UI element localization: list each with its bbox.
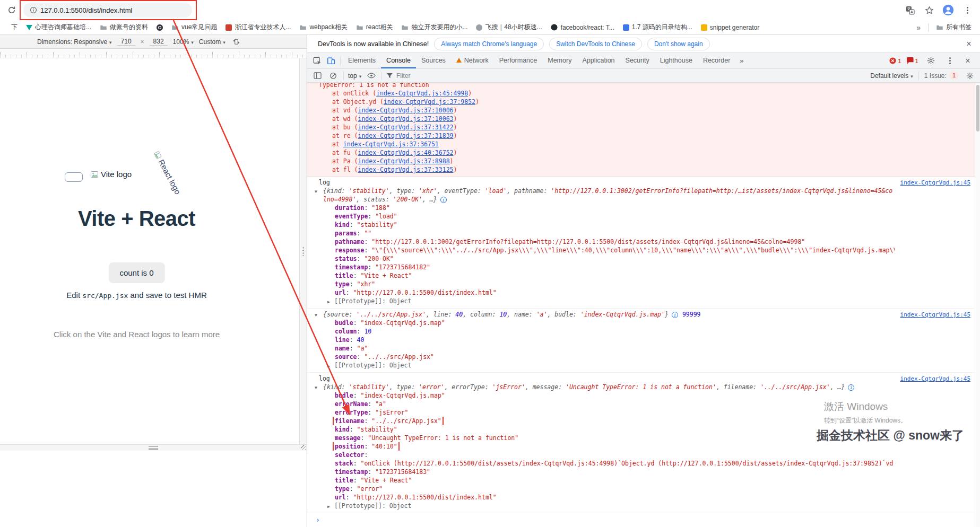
- resize-grip-icon[interactable]: [302, 247, 305, 256]
- viewport-width-input[interactable]: [117, 38, 135, 46]
- clear-console-button[interactable]: [327, 71, 339, 81]
- js-context-selector[interactable]: top: [348, 72, 361, 80]
- object-preview: {source: '../../src/App.jsx', line: 40, …: [307, 310, 895, 319]
- bookmark-item[interactable]: [153, 23, 166, 32]
- devtools-close-button[interactable]: [962, 55, 974, 67]
- resize-grip-icon[interactable]: [149, 446, 158, 450]
- switch-to-chinese-button[interactable]: Switch DevTools to Chinese: [549, 38, 642, 50]
- scrollbar-thumb[interactable]: [976, 85, 979, 131]
- all-bookmarks-button[interactable]: 所有书签: [932, 21, 976, 33]
- bookmark-star-button[interactable]: [922, 3, 936, 17]
- stack-frame-link[interactable]: index-CqtqrVqd.js:37:8988: [358, 157, 449, 165]
- expand-caret-icon[interactable]: [327, 361, 334, 371]
- console-settings-button[interactable]: [964, 71, 976, 81]
- tab-security[interactable]: Security: [620, 53, 655, 68]
- inspect-element-button[interactable]: [310, 54, 324, 68]
- tab-recorder[interactable]: Recorder: [698, 53, 735, 68]
- expand-caret-icon[interactable]: [327, 297, 334, 306]
- viewport-height-input[interactable]: [150, 38, 168, 46]
- vite-logo-broken-image[interactable]: [65, 172, 83, 182]
- filter-input[interactable]: [396, 72, 800, 80]
- more-tabs-button[interactable]: »: [735, 57, 748, 65]
- rotate-viewport-button[interactable]: [231, 36, 242, 48]
- translate-button[interactable]: [903, 3, 917, 17]
- tab-network[interactable]: Network: [451, 53, 494, 68]
- console-scrollbar[interactable]: [975, 83, 980, 527]
- count-button[interactable]: count is 0: [108, 262, 164, 283]
- tab-memory[interactable]: Memory: [542, 53, 577, 68]
- bookmark-item[interactable]: react相关: [353, 21, 396, 33]
- console-issues-counter[interactable]: 1 Issue: 1: [924, 72, 959, 80]
- bookmark-item[interactable]: 飞搜｜48小时极速...: [473, 21, 545, 33]
- source-link[interactable]: index-CqtqrVqd.js:45: [900, 375, 970, 383]
- url-bar[interactable]: 127.0.0.1:5500/dist/index.html: [23, 3, 192, 17]
- stack-frame-link[interactable]: index-CqtqrVqd.js:40:36752: [358, 149, 453, 156]
- stack-frame-link[interactable]: index-CqtqrVqd.js:37:36751: [343, 140, 439, 148]
- console-prompt[interactable]: ›: [307, 513, 975, 524]
- stack-frame: at vd (index-CqtqrVqd.js:37:10006): [319, 106, 967, 115]
- tab-console[interactable]: Console: [381, 53, 416, 68]
- tab-elements[interactable]: Elements: [343, 53, 381, 68]
- stack-frame-link[interactable]: index-CqtqrVqd.js:45:4998: [376, 90, 468, 97]
- console-sidebar-toggle[interactable]: [311, 71, 323, 81]
- react-logo-link[interactable]: React logo: [152, 150, 183, 196]
- prototype-row[interactable]: [[Prototype]]: Object: [307, 297, 895, 306]
- tab-performance[interactable]: Performance: [494, 53, 543, 68]
- profile-avatar[interactable]: [941, 3, 956, 17]
- stack-frame-link[interactable]: index-CqtqrVqd.js:37:10006: [358, 107, 453, 114]
- bookmark-item[interactable]: vue常见问题: [168, 21, 220, 33]
- collapse-caret-icon[interactable]: [315, 187, 317, 196]
- site-info-icon[interactable]: [30, 6, 37, 14]
- issues-counter[interactable]: 1: [907, 57, 918, 64]
- devtools-settings-button[interactable]: [924, 54, 938, 68]
- zoom-dropdown[interactable]: 100%: [173, 38, 194, 46]
- source-link[interactable]: index-CqtqrVqd.js:45: [900, 179, 970, 187]
- collapse-caret-icon[interactable]: [315, 383, 317, 392]
- filter-box[interactable]: [386, 72, 800, 80]
- tab-lighthouse[interactable]: Lighthouse: [655, 53, 698, 68]
- prop-colon: :: [357, 255, 365, 262]
- throttling-dropdown[interactable]: Custom: [199, 38, 226, 46]
- bookmarks-overflow-button[interactable]: »: [912, 23, 925, 32]
- prototype-row[interactable]: [[Prototype]]: Object: [307, 361, 895, 371]
- vite-logo-link[interactable]: Vite logo: [90, 170, 132, 179]
- devtools-menu-button[interactable]: [943, 54, 957, 68]
- reload-button[interactable]: [4, 3, 19, 17]
- bookmark-item[interactable]: 独立开发要用的小...: [398, 21, 471, 33]
- tab-sources[interactable]: Sources: [416, 53, 451, 68]
- banner-close-icon[interactable]: [963, 38, 975, 50]
- bookmark-item[interactable]: 1.7 源码的目录结构...: [620, 21, 696, 33]
- bookmark-item[interactable]: facebook/react: T...: [548, 22, 618, 33]
- log-levels-dropdown[interactable]: Default levels: [870, 72, 913, 80]
- prop-colon: :: [353, 272, 361, 279]
- stack-frame-link[interactable]: index-CqtqrVqd.js:37:31839: [358, 132, 453, 139]
- bookmark-item[interactable]: 下: [4, 21, 21, 33]
- bookmark-item[interactable]: 做账号的资料: [97, 21, 151, 33]
- source-link[interactable]: index-CqtqrVqd.js:45: [900, 311, 970, 319]
- tab-application[interactable]: Application: [577, 53, 620, 68]
- collapse-caret-icon[interactable]: [315, 310, 317, 320]
- match-language-button[interactable]: Always match Chrome's language: [434, 38, 544, 50]
- stack-frame-link[interactable]: index-CqtqrVqd.js:37:31422: [358, 124, 453, 131]
- prototype-row[interactable]: [[Prototype]]: Object: [307, 502, 895, 511]
- expand-caret-icon[interactable]: [327, 502, 334, 511]
- browser-menu-button[interactable]: [960, 3, 975, 17]
- stack-frame-link[interactable]: index-CqtqrVqd.js:37:33125: [358, 166, 453, 173]
- bookmark-item[interactable]: 浙江省专业技术人...: [222, 21, 294, 33]
- toggle-device-toolbar-button[interactable]: [324, 54, 338, 68]
- bookmark-item[interactable]: webpack相关: [296, 21, 350, 33]
- page-canvas: Vite logo React logo Vite + React count …: [0, 58, 299, 444]
- error-counter[interactable]: 1: [889, 57, 901, 64]
- preview-text: {source: '../../src/App.jsx', line: 40, …: [323, 311, 669, 318]
- dimensions-dropdown[interactable]: Dimensions: Responsive: [37, 38, 112, 46]
- prop-row-budle: budle: "index-CqtqrVqd.js.map": [307, 391, 895, 400]
- stack-frame-link[interactable]: index-CqtqrVqd.js:37:10063: [358, 115, 453, 122]
- viewport-resize-gutter-bottom[interactable]: [0, 444, 307, 451]
- dont-show-again-button[interactable]: Don't show again: [647, 38, 710, 50]
- bookmark-item[interactable]: 心理咨询师基础培...: [23, 21, 94, 33]
- live-expression-button[interactable]: [366, 71, 377, 81]
- viewport-resize-gutter-right[interactable]: [299, 58, 307, 444]
- bookmark-item[interactable]: snippet generator: [698, 22, 762, 33]
- stack-frame-link[interactable]: index-CqtqrVqd.js:37:9852: [384, 98, 475, 106]
- corner-resize-grip-icon[interactable]: [301, 445, 306, 450]
